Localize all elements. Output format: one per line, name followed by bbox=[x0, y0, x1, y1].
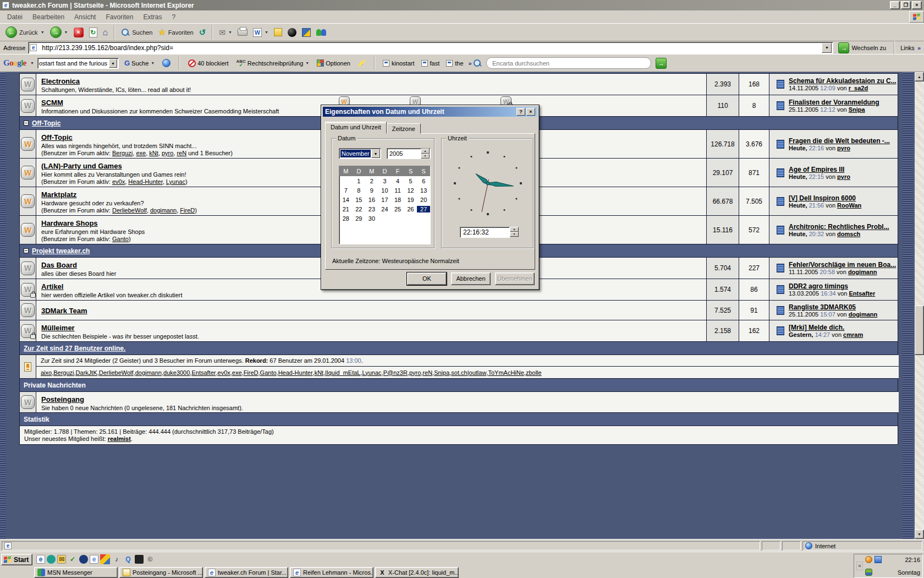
winamp-icon[interactable] bbox=[100, 554, 110, 564]
tray-chevron-icon[interactable]: « bbox=[856, 561, 863, 570]
lastpost-time[interactable]: 20:32 bbox=[809, 231, 824, 237]
online-user-link[interactable]: pyro bbox=[409, 369, 421, 376]
online-user-link[interactable]: P@nz3R bbox=[383, 369, 408, 376]
active-user-link[interactable]: ev0x bbox=[112, 178, 125, 185]
forum-link[interactable]: Off-Topic bbox=[41, 133, 73, 141]
lastpost-time[interactable]: 22:16 bbox=[809, 145, 824, 151]
refresh-button[interactable]: ↻ bbox=[87, 26, 100, 39]
calendar-day-2[interactable]: 2 bbox=[365, 178, 378, 184]
calendar-day-10[interactable]: 10 bbox=[378, 187, 392, 194]
history-button[interactable]: ↺ bbox=[197, 27, 208, 38]
active-user-link[interactable]: Berguzi bbox=[112, 150, 133, 156]
online-user-link[interactable]: ToYmAcHiNe bbox=[488, 369, 524, 376]
online-user-link[interactable]: Head-Hunter bbox=[278, 369, 313, 376]
online-user-link[interactable]: dogimann bbox=[135, 369, 162, 376]
online-user-link[interactable]: FireD bbox=[244, 369, 258, 376]
minimize-button[interactable]: _ bbox=[890, 1, 900, 9]
lastpost-user-link[interactable]: dogimann bbox=[849, 311, 878, 318]
tray-day[interactable]: Sonntag bbox=[898, 569, 920, 576]
calendar-day-20[interactable]: 20 bbox=[417, 197, 430, 203]
print-button[interactable] bbox=[235, 28, 250, 37]
highlighter-button[interactable] bbox=[356, 58, 368, 68]
forum-link[interactable]: (LAN)-Party und Games bbox=[41, 162, 122, 170]
menu-item-extras[interactable]: Extras bbox=[138, 12, 167, 23]
dialog-close-button[interactable]: × bbox=[526, 108, 535, 116]
internet-explorer-icon[interactable]: e bbox=[36, 555, 45, 564]
lastpost-time[interactable]: 12:09 bbox=[820, 85, 835, 91]
lastpost-user-link[interactable]: cmram bbox=[843, 331, 863, 338]
calendar-day-4[interactable]: 4 bbox=[391, 178, 404, 184]
online-user-link[interactable]: lIquid_mEtaL bbox=[325, 369, 360, 376]
check-green-icon[interactable]: ✓ bbox=[68, 554, 78, 564]
task-button[interactable]: Posteingang - Microsoft ... bbox=[119, 567, 203, 578]
outlook-express-icon[interactable]: ✉ bbox=[57, 555, 66, 564]
options-button[interactable]: Optionen bbox=[315, 58, 353, 68]
online-user-link[interactable]: exe bbox=[232, 369, 242, 376]
lastpost-title-link[interactable]: [Mrki] Melde dich. bbox=[789, 324, 863, 331]
links-chevron-icon[interactable]: » bbox=[917, 45, 921, 51]
forward-dropdown-icon[interactable]: ▼ bbox=[64, 30, 68, 34]
forum-link[interactable]: Electronica bbox=[41, 77, 80, 85]
google-chevron-icon[interactable]: » bbox=[469, 60, 472, 67]
menu-item-ansicht[interactable]: Ansicht bbox=[69, 12, 101, 23]
search-term-button-the[interactable]: the bbox=[444, 59, 465, 68]
calendar-day-25[interactable]: 25 bbox=[391, 206, 404, 212]
collapse-icon[interactable]: – bbox=[24, 248, 29, 253]
lastpost-time[interactable]: 14:27 bbox=[815, 331, 831, 338]
active-user-link[interactable]: exe bbox=[136, 150, 146, 156]
calendar-day-21[interactable]: 21 bbox=[339, 206, 353, 212]
forum-link[interactable]: Hardware Shops bbox=[41, 219, 98, 227]
forum-link[interactable]: 3DMark Team bbox=[41, 307, 87, 315]
calendar-day-9[interactable]: 9 bbox=[365, 187, 378, 194]
calendar-day-19[interactable]: 19 bbox=[404, 197, 417, 203]
forum-link[interactable]: Marktplatz bbox=[41, 190, 76, 199]
lastpost-title-link[interactable]: Schema für Akkuladestaion zu C... bbox=[789, 77, 897, 85]
section-link[interactable]: Off-Topic bbox=[32, 119, 61, 127]
menu-item-?[interactable]: ? bbox=[167, 12, 180, 23]
lastpost-title-link[interactable]: Fehler/Vorschläge im neuen Boa... bbox=[789, 261, 896, 269]
google-dropdown-icon[interactable]: ▼ bbox=[30, 61, 34, 65]
calendar-day-11[interactable]: 11 bbox=[391, 187, 404, 194]
search-button[interactable]: Suchen bbox=[119, 27, 155, 38]
lastpost-time[interactable]: 15:07 bbox=[820, 311, 835, 318]
online-user-link[interactable]: reN bbox=[422, 369, 432, 376]
opera-circle-icon[interactable] bbox=[79, 555, 88, 564]
forum-link[interactable]: Mülleimer bbox=[41, 324, 75, 332]
go-button[interactable]: →Wechseln zu bbox=[836, 41, 888, 54]
ok-button[interactable]: OK bbox=[407, 272, 447, 285]
collapse-icon[interactable]: – bbox=[24, 121, 29, 126]
calendar-day-3[interactable]: 3 bbox=[378, 178, 392, 184]
copyright-icon[interactable]: © bbox=[145, 554, 155, 564]
lastpost-title-link[interactable]: Finalisten der Voranmeldung bbox=[789, 99, 879, 106]
links-label[interactable]: Links bbox=[900, 45, 915, 51]
quicktime-icon[interactable]: Q bbox=[123, 554, 133, 564]
calendar-day-13[interactable]: 13 bbox=[417, 187, 430, 194]
scroll-up-icon[interactable]: ▲ bbox=[915, 72, 924, 81]
year-spinner[interactable]: 2005 ▲▼ bbox=[387, 148, 431, 159]
menu-item-bearbeiten[interactable]: Bearbeiten bbox=[28, 12, 69, 23]
forward-button[interactable]: →▼ bbox=[48, 25, 70, 39]
forum-link[interactable]: SCMM bbox=[41, 99, 63, 107]
online-user-link[interactable]: ev0x bbox=[218, 369, 230, 376]
calendar-day-16[interactable]: 16 bbox=[365, 197, 378, 203]
spellcheck-dropdown-icon[interactable]: ▼ bbox=[305, 61, 309, 65]
online-record-time[interactable]: 13:00 bbox=[346, 357, 361, 364]
section-link[interactable]: Projekt tweaker.ch bbox=[32, 247, 90, 255]
lastpost-user-link[interactable]: Snipa bbox=[849, 106, 865, 113]
calendar-day-14[interactable]: 14 bbox=[339, 197, 353, 203]
forum-link[interactable]: Artikel bbox=[41, 282, 63, 291]
newest-member-link[interactable]: realmist bbox=[108, 435, 131, 442]
cancel-button[interactable]: Abbrechen bbox=[451, 272, 491, 285]
google-search-input[interactable] bbox=[39, 60, 109, 67]
calendar-day-22[interactable]: 22 bbox=[353, 206, 366, 212]
lastpost-user-link[interactable]: r_sa2d bbox=[849, 85, 868, 91]
calendar-day-5[interactable]: 5 bbox=[404, 178, 417, 184]
lastpost-user-link[interactable]: dogimann bbox=[848, 269, 877, 275]
active-user-link[interactable]: Head-Hunter bbox=[128, 178, 162, 185]
maximize-button[interactable]: ❐ bbox=[901, 1, 911, 9]
forum-link[interactable]: Das Board bbox=[41, 261, 77, 269]
active-user-link[interactable]: FireD bbox=[180, 207, 195, 214]
lastpost-time[interactable]: 20:58 bbox=[820, 269, 835, 275]
spellcheck-button[interactable]: ABC✓Rechtschreibprüfung▼ bbox=[234, 58, 311, 68]
calendar-day-26[interactable]: 26 bbox=[404, 206, 417, 212]
